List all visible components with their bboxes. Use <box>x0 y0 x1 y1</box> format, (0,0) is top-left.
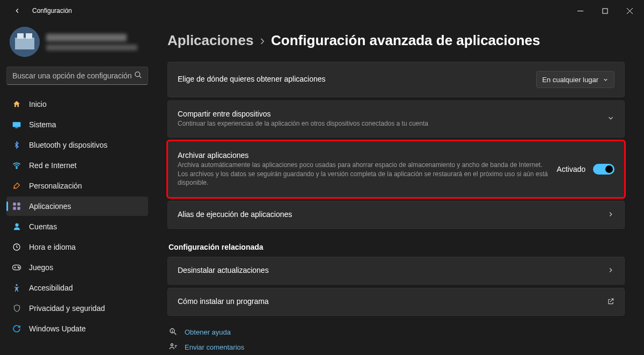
chevron-right-icon <box>607 211 614 220</box>
nav-item-privacy[interactable]: Privacidad y seguridad <box>6 299 148 318</box>
card-title: Alias de ejecución de aplicaciones <box>178 210 598 219</box>
svg-rect-11 <box>15 127 18 128</box>
nav-label: Accesibilidad <box>29 284 73 292</box>
chevron-down-icon <box>607 114 614 124</box>
nav-label: Windows Update <box>29 324 86 333</box>
nav-item-apps[interactable]: Aplicaciones <box>6 197 148 216</box>
gamepad-icon <box>12 264 21 271</box>
card-app-source[interactable]: Elige de dónde quieres obtener aplicacio… <box>167 62 625 97</box>
nav-label: Red e Internet <box>29 161 77 170</box>
home-icon <box>12 100 21 108</box>
breadcrumb-root[interactable]: Aplicaciones <box>167 32 253 49</box>
user-block[interactable] <box>6 21 148 67</box>
nav-label: Inicio <box>29 100 47 108</box>
nav-item-accessibility[interactable]: Accesibilidad <box>6 278 148 298</box>
card-archive-apps[interactable]: Archivar aplicaciones Archiva automática… <box>167 141 625 198</box>
system-icon <box>12 121 21 128</box>
accessibility-icon <box>12 284 21 292</box>
svg-point-25 <box>171 344 173 346</box>
card-uninstall-updates[interactable]: Desinstalar actualizaciones <box>167 257 625 285</box>
card-title: Elige de dónde quieres obtener aplicacio… <box>178 75 528 83</box>
svg-point-22 <box>16 284 17 286</box>
update-icon <box>12 324 21 333</box>
titlebar: Configuración <box>0 0 644 21</box>
external-link-icon <box>607 298 614 307</box>
card-desc: Archiva automáticamente las aplicaciones… <box>178 161 548 187</box>
link-label: Obtener ayuda <box>185 328 231 336</box>
get-help-link[interactable]: Obtener ayuda <box>169 328 625 336</box>
card-title: Desinstalar actualizaciones <box>178 266 598 274</box>
shield-icon <box>12 304 21 313</box>
svg-point-24 <box>172 331 173 332</box>
svg-rect-10 <box>13 122 21 127</box>
card-howto-install[interactable]: Cómo instalar un programa <box>167 288 625 316</box>
svg-rect-15 <box>13 207 16 209</box>
nav-item-personalization[interactable]: Personalización <box>6 176 148 195</box>
nav-label: Aplicaciones <box>29 202 71 211</box>
card-title: Archivar aplicaciones <box>178 151 548 160</box>
svg-rect-16 <box>17 207 20 209</box>
svg-rect-13 <box>13 202 16 205</box>
nav-item-gaming[interactable]: Juegos <box>6 258 148 277</box>
breadcrumb-leaf: Configuración avanzada de aplicaciones <box>271 32 540 49</box>
minimize-button[interactable] <box>568 2 592 19</box>
nav-label: Cuentas <box>29 222 57 231</box>
nav-label: Privacidad y seguridad <box>29 304 105 313</box>
search-input[interactable] <box>12 71 134 80</box>
app-source-dropdown[interactable]: En cualquier lugar <box>536 71 614 88</box>
chevron-right-icon: › <box>260 32 265 49</box>
nav-item-time[interactable]: Hora e idioma <box>6 237 148 257</box>
card-title: Cómo instalar un programa <box>178 297 598 306</box>
card-app-alias[interactable]: Alias de ejecución de aplicaciones <box>167 201 625 229</box>
link-label: Enviar comentarios <box>185 343 244 351</box>
person-icon <box>12 222 21 231</box>
nav-label: Personalización <box>29 182 82 190</box>
back-button[interactable] <box>9 2 26 19</box>
svg-point-8 <box>135 72 140 77</box>
svg-rect-14 <box>17 202 20 205</box>
svg-point-12 <box>16 168 17 169</box>
archive-toggle[interactable] <box>593 164 614 175</box>
card-desc: Continuar las experiencias de la aplicac… <box>178 119 598 128</box>
close-button[interactable] <box>617 2 642 19</box>
nav-item-home[interactable]: Inicio <box>6 95 148 114</box>
nav: Inicio Sistema Bluetooth y dispositivos … <box>6 95 148 338</box>
toggle-state-label: Activado <box>557 165 586 173</box>
maximize-button[interactable] <box>592 2 617 19</box>
clock-icon <box>12 243 21 251</box>
feedback-link[interactable]: Enviar comentarios <box>169 343 625 351</box>
nav-label: Hora e idioma <box>29 243 76 251</box>
bluetooth-icon <box>12 141 21 149</box>
nav-item-update[interactable]: Windows Update <box>6 319 148 338</box>
avatar <box>10 27 40 57</box>
breadcrumb: Aplicaciones › Configuración avanzada de… <box>167 21 625 62</box>
search-box[interactable] <box>6 67 148 85</box>
main: Aplicaciones › Configuración avanzada de… <box>155 21 644 355</box>
svg-rect-1 <box>603 9 608 13</box>
wifi-icon <box>12 161 21 170</box>
user-info <box>46 34 137 50</box>
nav-item-network[interactable]: Red e Internet <box>6 156 148 175</box>
nav-item-bluetooth[interactable]: Bluetooth y dispositivos <box>6 135 148 155</box>
nav-label: Bluetooth y dispositivos <box>29 141 107 149</box>
svg-rect-5 <box>15 38 34 49</box>
footer-links: Obtener ayuda Enviar comentarios <box>167 328 625 351</box>
card-title: Compartir entre dispositivos <box>178 110 598 118</box>
svg-point-17 <box>15 223 18 227</box>
dropdown-value: En cualquier lugar <box>542 76 598 84</box>
chevron-right-icon <box>607 266 614 276</box>
sidebar: Inicio Sistema Bluetooth y dispositivos … <box>0 21 155 355</box>
svg-rect-7 <box>26 33 32 39</box>
svg-point-21 <box>19 267 20 269</box>
chevron-down-icon <box>603 77 609 83</box>
svg-line-9 <box>139 76 141 78</box>
card-share-devices[interactable]: Compartir entre dispositivos Continuar l… <box>167 100 625 137</box>
nav-label: Sistema <box>29 120 56 129</box>
window-title: Configuración <box>32 7 72 15</box>
related-heading: Configuración relacionada <box>169 243 625 251</box>
nav-item-system[interactable]: Sistema <box>6 115 148 134</box>
brush-icon <box>12 182 21 190</box>
apps-icon <box>12 202 21 211</box>
nav-item-accounts[interactable]: Cuentas <box>6 217 148 236</box>
search-icon <box>134 71 142 81</box>
